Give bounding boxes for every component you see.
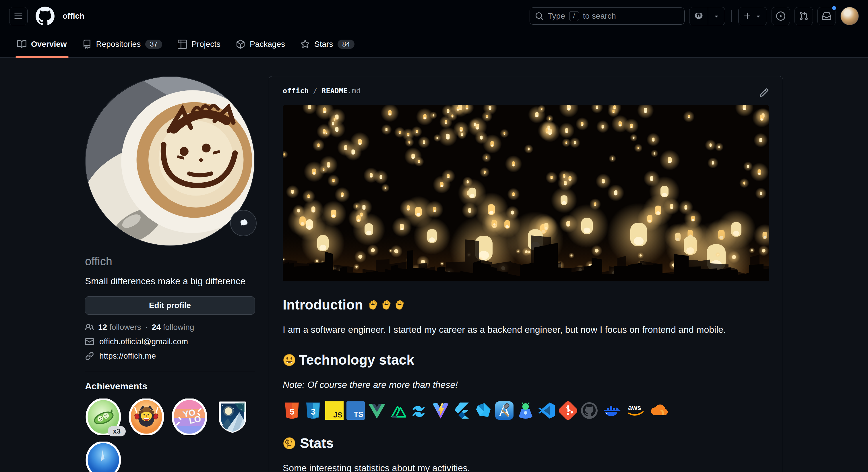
hamburger-menu-button[interactable] [9, 7, 28, 25]
followers-row: 12 followers · 24 following [85, 323, 255, 332]
svg-text:3: 3 [311, 407, 316, 416]
copilot-icon [694, 11, 703, 21]
slash-key-hint: / [569, 11, 579, 21]
book-icon [17, 40, 26, 49]
app-header: offich Type / to search [0, 0, 868, 32]
profile-username: offich [85, 254, 255, 268]
tab-overview[interactable]: Overview [11, 32, 73, 57]
svg-text:aws: aws [628, 404, 641, 411]
create-new-button-group [738, 7, 767, 25]
dart-icon [474, 402, 492, 420]
badge-pair-extraordinaire[interactable]: x3 [85, 399, 122, 435]
latte-art-avatar-image [86, 77, 255, 246]
edit-readme-button[interactable] [759, 88, 769, 98]
svg-text:JS: JS [333, 411, 342, 419]
issues-button[interactable] [772, 7, 790, 25]
user-avatar-menu[interactable] [840, 7, 859, 25]
plus-icon [743, 12, 752, 20]
profile-sidebar: offich Small differences make a big diff… [85, 76, 255, 472]
profile-main: offich Small differences make a big diff… [85, 76, 783, 472]
svg-text:5: 5 [290, 407, 294, 416]
sidebar-divider [85, 371, 255, 371]
profile-readme-card: offich / README.md Introduction I am a s… [269, 76, 783, 472]
html5-icon: 5 [283, 402, 301, 420]
badge-pull-shark[interactable] [85, 442, 122, 472]
tab-label: Packages [250, 40, 285, 49]
copilot-button[interactable] [689, 7, 708, 25]
monocle-emoji [283, 437, 297, 450]
email-row[interactable]: offich.official@gmail.com [85, 337, 255, 346]
followers-link[interactable]: 12 followers [98, 323, 141, 332]
grinning-emoji [283, 353, 296, 366]
repo-count-badge: 37 [145, 40, 162, 49]
copilot-button-group [689, 7, 725, 25]
achievements-title: Achievements [85, 381, 255, 392]
tech-heading: Technology stack [283, 351, 769, 368]
css3-icon: 3 [304, 402, 322, 420]
tab-projects[interactable]: Projects [172, 32, 226, 57]
docker-icon [601, 402, 622, 420]
email-text: offich.official@gmail.com [99, 337, 188, 346]
context-title[interactable]: offich [63, 11, 84, 21]
nuxt-icon [389, 402, 407, 420]
mail-icon [85, 337, 94, 346]
javascript-icon: JS [325, 402, 344, 420]
tab-stars[interactable]: Stars 84 [295, 32, 360, 57]
star-icon [301, 40, 310, 49]
profile-avatar[interactable] [85, 76, 255, 246]
stats-paragraph: Some interesting statistics about my act… [283, 461, 769, 472]
notifications-button[interactable] [817, 7, 836, 25]
github-icon [580, 402, 598, 420]
search-placeholder-suffix: to search [583, 11, 616, 21]
tab-packages[interactable]: Packages [230, 32, 291, 57]
badge-multiplier: x3 [107, 426, 126, 436]
profile-tabnav: Overview Repositories 37 Projects Packag… [0, 32, 868, 58]
inbox-icon [822, 11, 831, 21]
badge-yolo[interactable]: YO LO [171, 399, 208, 435]
edit-profile-button[interactable]: Edit profile [85, 296, 255, 315]
xcode-icon [495, 402, 514, 420]
badge-arctic-code-vault[interactable] [214, 399, 251, 435]
header-separator [732, 10, 732, 22]
website-row[interactable]: https://offich.me [85, 351, 255, 361]
flutter-icon [453, 402, 471, 420]
typescript-icon: TS [346, 402, 365, 420]
aws-icon: aws [625, 402, 647, 420]
tailwindcss-icon [410, 402, 429, 420]
readme-content: Introduction I am a software engineer. I… [283, 296, 769, 472]
android-studio-icon [516, 402, 535, 420]
tech-note: Note: Of course there are more than thes… [283, 378, 769, 392]
chevron-down-icon [713, 12, 720, 20]
intro-paragraph: I am a software engineer. I started my c… [283, 323, 769, 336]
repo-icon [82, 40, 92, 49]
tab-label: Repositories [96, 40, 141, 49]
create-new-button[interactable] [739, 7, 767, 25]
link-icon [85, 351, 94, 361]
three-bars-icon [14, 11, 23, 21]
set-status-button[interactable] [230, 210, 257, 236]
badge-quickdraw[interactable] [128, 399, 165, 435]
tab-label: Stars [314, 40, 333, 49]
stats-heading: Stats [283, 435, 769, 452]
git-pull-request-icon [799, 11, 808, 21]
search-input[interactable]: Type / to search [530, 7, 685, 25]
copilot-dropdown[interactable] [708, 7, 725, 25]
github-logo-icon[interactable] [36, 7, 55, 26]
following-link[interactable]: 24 following [152, 323, 194, 332]
tab-repositories[interactable]: Repositories 37 [76, 32, 168, 57]
pull-requests-button[interactable] [795, 7, 813, 25]
pencil-icon [759, 88, 769, 98]
achievements-badges: x3 [85, 399, 257, 472]
issue-opened-icon [776, 11, 785, 21]
tab-label: Projects [191, 40, 220, 49]
chevron-down-icon [755, 12, 762, 20]
people-icon [85, 323, 94, 332]
readme-breadcrumb[interactable]: offich / README.md [283, 87, 769, 95]
search-icon [535, 12, 544, 20]
website-text: https://offich.me [99, 351, 156, 361]
tab-label: Overview [31, 40, 67, 49]
tech-stack-icons: 53JSTSaws [283, 402, 769, 420]
profile-bio: Small differences make a big difference [85, 275, 255, 288]
dot-separator: · [145, 323, 148, 332]
package-icon [236, 40, 245, 49]
